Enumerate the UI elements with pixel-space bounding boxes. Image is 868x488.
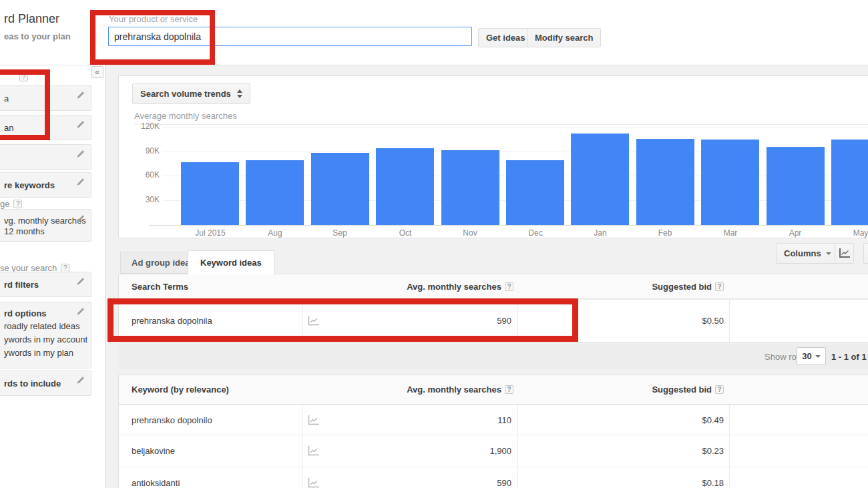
sidebar-card-keywords-to-include[interactable]: rds to include	[0, 371, 91, 396]
gridline	[163, 152, 868, 152]
trend-chart-icon[interactable]	[308, 467, 319, 488]
rows-per-page-dropdown[interactable]: 30	[797, 347, 826, 365]
trend-chart-icon[interactable]	[308, 300, 319, 342]
pagination-range: 1 - 1 of 1 ke	[831, 344, 868, 369]
avg-searches-help-icon[interactable]: ?	[505, 282, 513, 291]
y-axis-label: 120K	[119, 121, 160, 132]
chart-title-divider	[134, 124, 868, 125]
chart-bar	[311, 153, 369, 225]
avg-searches-help-icon[interactable]: ?	[505, 385, 513, 394]
trend-chart-icon[interactable]	[308, 405, 319, 435]
sidebar-card-keyword-filters[interactable]: rd filters	[0, 272, 91, 297]
chart-bar	[506, 160, 564, 225]
table-row[interactable]: antioksidanti 590 $0.18	[119, 467, 868, 488]
date-range-section-label: ge ?	[0, 199, 22, 209]
x-axis-label: Apr	[765, 228, 825, 238]
edit-pencil-icon[interactable]	[75, 214, 85, 226]
search-input[interactable]	[108, 27, 472, 46]
search-terms-table-header: Search Terms Avg. monthly searches ? Sug…	[119, 274, 868, 299]
column-header-avg-monthly-searches: Avg. monthly searches ?	[407, 274, 513, 298]
keyword-planner-screen: rd Planner eas to your plan Your product…	[0, 0, 868, 488]
y-axis-label: 90K	[119, 146, 160, 157]
keyword-filters-label: rd filters	[4, 272, 39, 296]
x-axis-label: Aug	[245, 228, 305, 238]
edit-pencil-icon[interactable]	[75, 150, 85, 162]
avg-searches-cell: 590	[497, 467, 511, 488]
app-title: rd Planner	[4, 12, 59, 26]
chart-bar	[246, 160, 304, 225]
keyword-cell: prehranska dopolnila	[132, 300, 212, 342]
sidebar-card-network[interactable]	[0, 144, 91, 170]
location-value: a	[4, 86, 9, 110]
suggested-bid-cell: $0.49	[702, 405, 724, 435]
line-chart-icon	[839, 248, 850, 258]
sidebar-card-date-range[interactable]: vg. monthly searches 12 months	[0, 209, 91, 242]
chart-bar	[636, 139, 694, 225]
app-subtitle: eas to your plan	[4, 31, 71, 41]
language-value: an	[4, 115, 13, 140]
x-axis-label: Jul 2015	[180, 228, 240, 238]
x-axis-label: Nov	[440, 228, 500, 238]
column-header-suggested-bid: Suggested bid ?	[652, 274, 724, 298]
search-volume-trends-dropdown[interactable]: Search volume trends	[132, 83, 250, 104]
sidebar-card-negative-keywords[interactable]: re keywords	[0, 172, 91, 198]
x-axis-label: Sep	[310, 228, 370, 238]
suggested-bid-cell: $0.50	[702, 300, 724, 342]
x-axis-label: Feb	[635, 228, 695, 238]
columns-dropdown-button[interactable]: Columns	[776, 243, 839, 264]
suggested-bid-help-icon[interactable]: ?	[715, 282, 724, 291]
trend-chart-icon[interactable]	[308, 435, 319, 467]
search-terms-table: Search Terms Avg. monthly searches ? Sug…	[118, 274, 868, 342]
chart-bar	[831, 140, 868, 225]
table-row[interactable]: prehransko dopolnilo 110 $0.49	[119, 405, 868, 435]
chevron-down-icon	[815, 355, 821, 358]
search-volume-chart-card: Search volume trends Average monthly sea…	[118, 75, 868, 238]
keyword-cell: beljakovine	[132, 435, 175, 467]
chart-bar	[767, 147, 825, 225]
table-row[interactable]: beljakovine 1,900 $0.23	[119, 435, 868, 467]
chart-bar	[441, 150, 499, 225]
chevron-down-icon	[826, 252, 831, 255]
tab-keyword-ideas[interactable]: Keyword ideas	[188, 250, 274, 274]
chart-view-button[interactable]	[835, 243, 854, 264]
x-axis-label: May	[831, 228, 868, 238]
chart-bar	[571, 134, 629, 225]
edit-pencil-icon[interactable]	[75, 376, 85, 388]
y-axis-label: 60K	[119, 170, 160, 181]
get-ideas-button[interactable]: Get ideas	[478, 28, 533, 47]
avg-searches-cell: 590	[497, 300, 511, 342]
edit-pencil-icon[interactable]	[75, 178, 85, 190]
chart-bar	[181, 162, 239, 225]
gridline	[163, 127, 868, 128]
x-axis-line	[149, 225, 868, 226]
suggested-bid-help-icon[interactable]: ?	[715, 385, 724, 394]
x-axis-label: Mar	[700, 228, 761, 238]
sidebar-collapse-button[interactable]: «	[91, 66, 103, 78]
sidebar-card-keyword-options[interactable]: rd options roadly related ideas ywords i…	[0, 302, 91, 369]
suggested-bid-cell: $0.23	[702, 435, 724, 467]
edit-pencil-icon[interactable]	[75, 307, 85, 319]
x-axis-label: Jan	[570, 228, 630, 238]
sidebar-card-language[interactable]: an	[0, 115, 91, 140]
negative-keywords-label: re keywords	[4, 173, 55, 197]
edit-pencil-icon[interactable]	[75, 120, 85, 132]
chart-bar	[701, 140, 759, 225]
edit-pencil-icon[interactable]	[75, 91, 85, 103]
avg-searches-cell: 1,900	[489, 435, 511, 467]
chevron-double-left-icon: «	[95, 67, 99, 77]
targeting-help-icon[interactable]: ?	[19, 73, 28, 81]
x-axis-label: Dec	[505, 228, 566, 238]
download-button-partial[interactable]	[863, 243, 868, 264]
column-header-keyword-by-relevance: Keyword (by relevance)	[132, 375, 229, 404]
column-header-suggested-bid: Suggested bid ?	[652, 375, 724, 404]
table-row[interactable]: prehranska dopolnila 590 $0.50	[119, 299, 868, 342]
search-terms-table-body: prehranska dopolnila 590 $0.50	[119, 299, 868, 342]
date-range-value: vg. monthly searches 12 months	[4, 216, 86, 237]
modify-search-button[interactable]: Modify search	[527, 28, 601, 47]
sort-arrows-icon	[237, 89, 242, 98]
suggested-bid-cell: $0.18	[702, 467, 724, 488]
date-range-help-icon[interactable]: ?	[13, 200, 22, 208]
avg-searches-cell: 110	[497, 405, 511, 435]
edit-pencil-icon[interactable]	[75, 277, 85, 289]
sidebar-card-location[interactable]: a	[0, 85, 91, 111]
